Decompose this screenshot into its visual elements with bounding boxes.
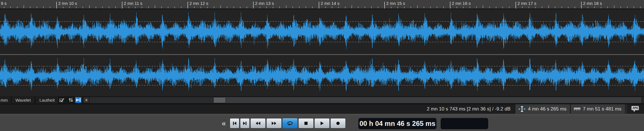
edit-checkbox-icon[interactable] [59,97,65,103]
scrollbar-endcap [641,97,644,103]
go-to-end-button[interactable] [240,118,250,128]
rewind-button[interactable] [250,118,266,128]
checkbox-check-icon [59,98,65,103]
play-selection-icon[interactable] [75,97,81,103]
transport-bar: « 00 h 04 mn 46 s 265 ms [0,116,644,131]
go-to-start-icon [232,121,237,126]
selection-length-value: 4 mn 46 s 265 ms [528,106,567,112]
ruler-icon [574,107,581,111]
scrollbar-left-arrow[interactable] [83,97,89,103]
scrollbar-track-before[interactable] [89,97,213,103]
collapse-transport-button[interactable]: « [220,116,227,131]
secondary-display[interactable] [441,118,488,129]
go-to-end-icon [243,121,247,126]
record-icon [336,121,340,126]
ibeam-cursor-icon [518,106,526,112]
note-indicator[interactable] [626,104,644,114]
cursor-position-readout: 2 mn 10 s 743 ms [2 mn 36 s] / -9.2 dB [427,106,511,112]
status-bar: 2 mn 10 s 743 ms [2 mn 36 s] / -9.2 dB 4… [0,104,644,114]
tab-spektrogramm[interactable]: mm [0,97,11,104]
scrollbar-thumb[interactable] [213,97,226,103]
go-to-start-button[interactable] [230,118,239,128]
left-triangle-icon [85,99,87,102]
tab-label: Wavelet [15,98,31,103]
audio-editor-window: 9 s 2 mn 10 s2 mn 11 s2 mn 12 s2 mn 13 s… [0,0,644,131]
play-triangles-icon [76,98,81,102]
playhead-time-display[interactable]: 00 h 04 mn 46 s 265 ms [359,118,436,129]
stop-button[interactable] [298,118,314,128]
swap-channels-icon[interactable] [68,97,74,103]
play-icon [320,121,324,126]
ruler-ticks [0,0,644,9]
waveform-display[interactable] [0,9,644,96]
stop-icon [304,121,308,126]
horizontal-scrollbar[interactable] [89,97,644,103]
view-tab-bar: mm Wavelet Lautheit [0,96,644,104]
total-length-field[interactable]: 7 mn 51 s 481 ms [571,104,625,114]
play-button[interactable] [314,118,330,128]
up-down-arrows-icon [68,97,73,103]
loop-button[interactable] [282,118,298,128]
tab-label: Lautheit [39,98,55,103]
transport-controls [230,118,346,128]
loop-icon [287,121,293,126]
record-button[interactable] [330,118,346,128]
stereo-waveform[interactable] [0,9,644,96]
total-length-value: 7 mn 51 s 481 ms [583,106,621,112]
tab-lautheit[interactable]: Lautheit [36,97,59,104]
fast-forward-button[interactable] [266,118,282,128]
rewind-icon [255,121,261,126]
selection-length-field[interactable]: 4 mn 46 s 265 ms [516,104,570,114]
fast-forward-icon [271,121,277,126]
tab-label: mm [1,98,8,103]
tab-wavelet[interactable]: Wavelet [12,97,35,104]
speech-bubble-waveform-icon [631,105,639,113]
timeline-ruler[interactable]: 9 s 2 mn 10 s2 mn 11 s2 mn 12 s2 mn 13 s… [0,0,644,9]
